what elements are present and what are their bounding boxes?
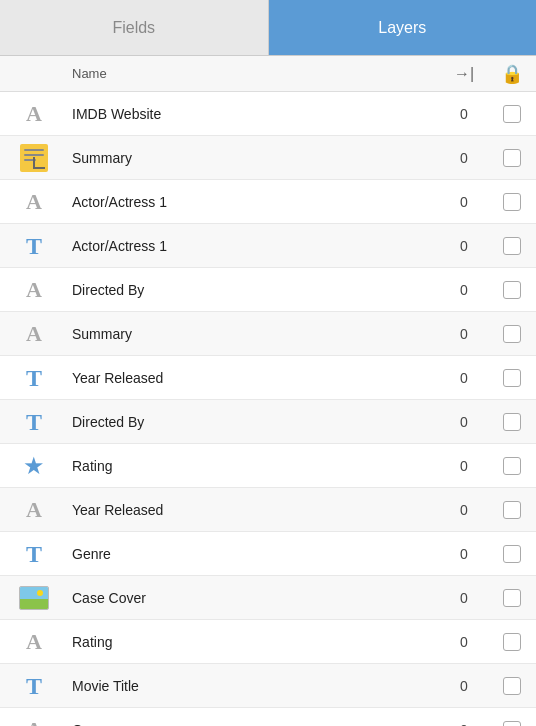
checkbox-box[interactable] — [503, 325, 521, 343]
row-name-label: IMDB Website — [68, 106, 440, 122]
row-checkbox[interactable] — [488, 501, 536, 519]
table-row: AGenre0 — [0, 708, 536, 726]
row-checkbox[interactable] — [488, 589, 536, 607]
row-checkbox[interactable] — [488, 457, 536, 475]
row-number-value: 0 — [440, 634, 488, 650]
header-name-col: Name — [68, 66, 440, 81]
row-number-value: 0 — [440, 458, 488, 474]
row-name-label: Year Released — [68, 502, 440, 518]
row-checkbox[interactable] — [488, 281, 536, 299]
row-icon: T — [0, 366, 68, 390]
row-name-label: Actor/Actress 1 — [68, 238, 440, 254]
text-a-icon: A — [26, 631, 42, 653]
lock-icon: 🔒 — [501, 63, 523, 85]
row-number-value: 0 — [440, 370, 488, 386]
row-icon: ★ — [0, 452, 68, 480]
table-row: AActor/Actress 10 — [0, 180, 536, 224]
checkbox-box[interactable] — [503, 105, 521, 123]
row-name-label: Rating — [68, 634, 440, 650]
row-number-value: 0 — [440, 590, 488, 606]
text-a-icon: A — [26, 279, 42, 301]
row-checkbox[interactable] — [488, 633, 536, 651]
text-a-icon: A — [26, 103, 42, 125]
row-checkbox[interactable] — [488, 325, 536, 343]
row-icon: T — [0, 410, 68, 434]
row-checkbox[interactable] — [488, 105, 536, 123]
row-name-label: Genre — [68, 546, 440, 562]
row-number-value: 0 — [440, 722, 488, 727]
table-row: AYear Released0 — [0, 488, 536, 532]
row-checkbox[interactable] — [488, 721, 536, 727]
row-icon: A — [0, 191, 68, 213]
row-checkbox[interactable] — [488, 149, 536, 167]
header-number-col: →| — [440, 65, 488, 83]
row-checkbox[interactable] — [488, 237, 536, 255]
tab-layers[interactable]: Layers — [269, 0, 537, 55]
row-name-label: Movie Title — [68, 678, 440, 694]
table-row: ADirected By0 — [0, 268, 536, 312]
table-row: TYear Released0 — [0, 356, 536, 400]
tab-fields[interactable]: Fields — [0, 0, 269, 55]
checkbox-box[interactable] — [503, 193, 521, 211]
header-lock-col: 🔒 — [488, 63, 536, 85]
text-a-icon: A — [26, 719, 42, 727]
text-a-icon: A — [26, 191, 42, 213]
table-row: AIMDB Website0 — [0, 92, 536, 136]
row-number-value: 0 — [440, 502, 488, 518]
row-icon: T — [0, 542, 68, 566]
row-icon — [0, 144, 68, 172]
row-name-label: Actor/Actress 1 — [68, 194, 440, 210]
star-icon: ★ — [23, 452, 45, 480]
rows-container: AIMDB Website0Summary0AActor/Actress 10T… — [0, 92, 536, 726]
row-checkbox[interactable] — [488, 413, 536, 431]
row-name-label: Genre — [68, 722, 440, 727]
row-checkbox[interactable] — [488, 677, 536, 695]
checkbox-box[interactable] — [503, 501, 521, 519]
row-icon: A — [0, 103, 68, 125]
table-row: TDirected By0 — [0, 400, 536, 444]
row-icon: T — [0, 234, 68, 258]
table-row: ARating0 — [0, 620, 536, 664]
checkbox-box[interactable] — [503, 237, 521, 255]
text-t-icon: T — [26, 410, 42, 434]
text-t-icon: T — [26, 674, 42, 698]
row-checkbox[interactable] — [488, 545, 536, 563]
checkbox-box[interactable] — [503, 369, 521, 387]
row-number-value: 0 — [440, 678, 488, 694]
row-checkbox[interactable] — [488, 193, 536, 211]
row-number-value: 0 — [440, 150, 488, 166]
row-name-label: Directed By — [68, 414, 440, 430]
text-t-icon: T — [26, 234, 42, 258]
tab-bar: Fields Layers — [0, 0, 536, 56]
row-icon: A — [0, 499, 68, 521]
row-name-label: Summary — [68, 150, 440, 166]
checkbox-box[interactable] — [503, 633, 521, 651]
text-t-icon: T — [26, 366, 42, 390]
checkbox-box[interactable] — [503, 457, 521, 475]
row-icon: A — [0, 631, 68, 653]
row-icon — [0, 586, 68, 610]
row-checkbox[interactable] — [488, 369, 536, 387]
row-number-value: 0 — [440, 546, 488, 562]
checkbox-box[interactable] — [503, 677, 521, 695]
checkbox-box[interactable] — [503, 545, 521, 563]
tab-layers-label: Layers — [378, 19, 426, 37]
table-row: ASummary0 — [0, 312, 536, 356]
table-row: ★Rating0 — [0, 444, 536, 488]
checkbox-box[interactable] — [503, 149, 521, 167]
checkbox-box[interactable] — [503, 721, 521, 727]
table-row: TMovie Title0 — [0, 664, 536, 708]
row-number-value: 0 — [440, 282, 488, 298]
checkbox-box[interactable] — [503, 281, 521, 299]
row-number-value: 0 — [440, 414, 488, 430]
checkbox-box[interactable] — [503, 413, 521, 431]
text-t-icon: T — [26, 542, 42, 566]
row-name-label: Directed By — [68, 282, 440, 298]
row-number-value: 0 — [440, 326, 488, 342]
row-name-label: Year Released — [68, 370, 440, 386]
arrow-right-icon: →| — [454, 65, 474, 83]
row-number-value: 0 — [440, 106, 488, 122]
table-row: Case Cover0 — [0, 576, 536, 620]
row-number-value: 0 — [440, 238, 488, 254]
checkbox-box[interactable] — [503, 589, 521, 607]
